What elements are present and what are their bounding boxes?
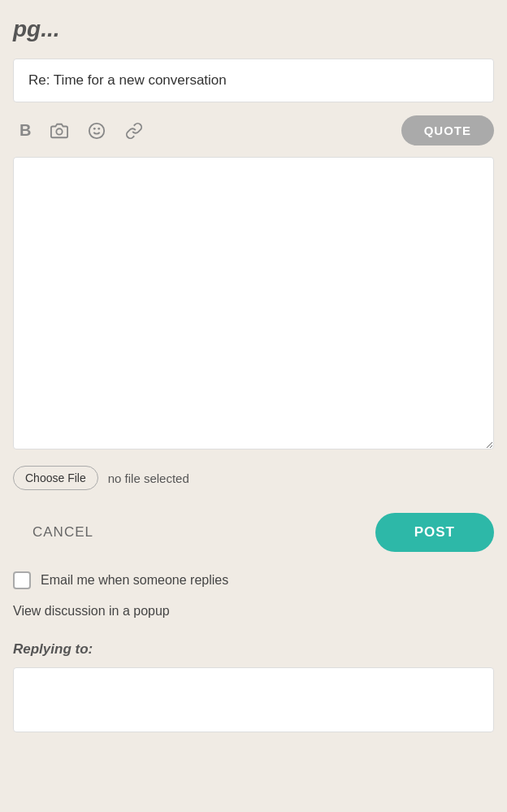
cancel-button[interactable]: CANCEL — [13, 515, 113, 550]
view-popup-link[interactable]: View discussion in a popup — [13, 604, 494, 619]
svg-point-1 — [89, 123, 104, 137]
choose-file-label[interactable]: Choose File — [13, 466, 98, 490]
action-buttons: CANCEL POST — [13, 513, 494, 552]
link-icon — [125, 122, 143, 140]
replying-to-label: Replying to: — [13, 641, 494, 658]
file-input-area: Choose File no file selected — [13, 466, 494, 490]
page-title-area: pg... — [13, 16, 494, 42]
toolbar: B QUOTE — [13, 112, 494, 149]
emoji-button[interactable] — [81, 117, 112, 145]
email-notify-checkbox[interactable] — [13, 571, 31, 589]
camera-icon — [50, 122, 68, 140]
reply-form-container: B QUOTE — [13, 59, 494, 732]
image-button[interactable] — [44, 117, 75, 145]
file-input-wrapper[interactable]: Choose File — [13, 466, 98, 490]
link-button[interactable] — [119, 117, 150, 145]
subject-input[interactable] — [13, 59, 494, 102]
quote-button[interactable]: QUOTE — [401, 115, 494, 145]
message-textarea[interactable] — [13, 157, 494, 449]
email-notify-row: Email me when someone replies — [13, 571, 494, 589]
email-notify-label[interactable]: Email me when someone replies — [41, 573, 228, 588]
no-file-text: no file selected — [108, 471, 189, 485]
emoji-icon — [88, 122, 106, 140]
post-button[interactable]: POST — [375, 513, 494, 552]
reply-preview-box — [13, 667, 494, 732]
bold-button[interactable]: B — [13, 116, 37, 145]
svg-point-0 — [57, 128, 63, 134]
